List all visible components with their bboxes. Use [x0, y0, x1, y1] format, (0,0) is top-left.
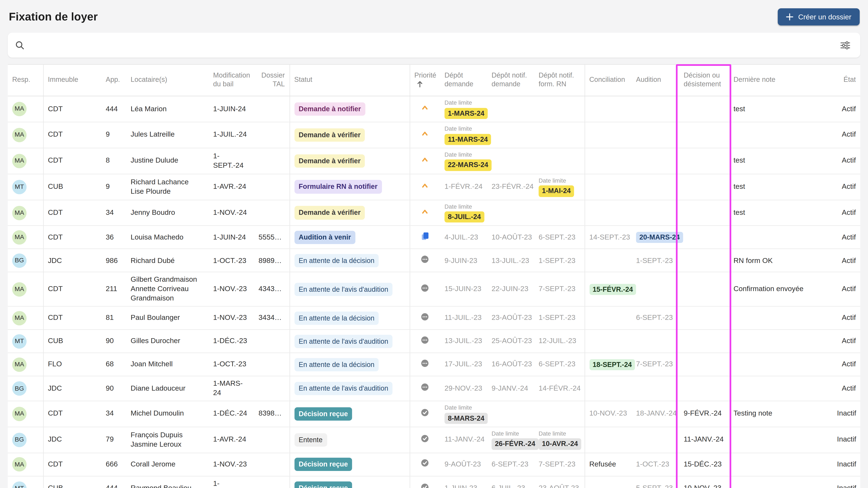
cell-dec — [679, 376, 729, 401]
table-row[interactable]: MA CDT 34 Jenny Boudro 1-NOV.-24 Demande… — [8, 200, 860, 226]
cell-mod: 1-DÉC.-23 — [209, 330, 254, 353]
table-row[interactable]: BG JDC 90 Diane Ladouceur 1-MARS-24 En a… — [8, 376, 860, 401]
table-row[interactable]: MA FLO 68 Joan Mitchell 1-OCT.-23 En att… — [8, 353, 860, 376]
table-row[interactable]: MT CUB 90 Gilles Durocher 1-DÉC.-23 En a… — [8, 330, 860, 353]
column-header-note[interactable]: Dernière note — [729, 65, 833, 96]
column-header-etat[interactable]: État — [833, 65, 860, 96]
date-value: 4-JUIL.-23 — [444, 233, 478, 241]
status-badge: En attente de l'avis d'audition — [294, 283, 393, 296]
cell-app: 211 — [101, 272, 126, 306]
cell-mod: 1-JUIN-24 — [209, 96, 254, 122]
table-row[interactable]: MA CDT 81 Paul Boulanger 1-NOV.-23 34343… — [8, 306, 860, 330]
search-input[interactable] — [30, 40, 838, 50]
cell-statut: Décision reçue — [289, 476, 410, 488]
avatar: MA — [12, 357, 27, 372]
date-value: 1-MAI-24 — [539, 186, 574, 197]
cell-app: 9 — [101, 122, 126, 148]
cell-resp: MA — [8, 122, 43, 148]
cell-note: test — [729, 174, 833, 200]
column-header-statut[interactable]: Statut — [289, 65, 410, 96]
cell-dnd: 23-AOÛT-23 — [487, 306, 534, 330]
check-circle-icon — [421, 408, 429, 417]
table-row[interactable]: MA CDT 34 Michel Dumoulin 1-DÉC.-24 8398… — [8, 401, 860, 427]
column-header-dd[interactable]: Dépôt demande — [440, 65, 487, 96]
cell-loc: Jenny Boudro — [126, 200, 209, 226]
tenant-name: Jules Latreille — [131, 130, 204, 139]
column-header-conc[interactable]: Conciliation — [585, 65, 631, 96]
cell-imm: CUB — [43, 330, 101, 353]
column-header-dec[interactable]: Décision ou désistement — [679, 65, 729, 96]
cell-dec — [679, 272, 729, 306]
cell-etat: Actif — [833, 306, 860, 330]
table-row[interactable]: MA CDT 36 Louisa Machedo 1-JUIN-24 55555… — [8, 226, 860, 249]
cell-etat: Actif — [833, 148, 860, 174]
filter-button[interactable] — [838, 38, 852, 52]
column-header-dnrn[interactable]: Dépôt notif. form. RN — [534, 65, 585, 96]
cell-resp: MA — [8, 226, 43, 249]
table-row[interactable]: MA CDT 9 Jules Latreille 1-JUIL.-24 Dema… — [8, 122, 860, 148]
column-header-dos[interactable]: Dossier TAL — [254, 65, 289, 96]
table-row[interactable]: MA CDT 8 Justine Dulude 1-SEPT.-24 Deman… — [8, 148, 860, 174]
table-row[interactable]: MT CUB 444 Raymond Beaulieu 1-SEPT.-23 D… — [8, 476, 860, 488]
decision-date: 10-NOV.-23 — [684, 484, 721, 488]
chevron-up-icon — [421, 155, 429, 164]
cell-dos — [254, 353, 289, 376]
date-value: 17-JUIL.-23 — [444, 360, 482, 368]
cell-statut: Décision reçue — [289, 453, 410, 476]
column-header-app[interactable]: App. — [101, 65, 126, 96]
column-label: État — [843, 76, 856, 84]
cell-mod: 1-MARS-24 — [209, 376, 254, 401]
cell-note — [729, 427, 833, 453]
cell-dnrn: 23-AOÛT-23 — [534, 476, 585, 488]
column-header-imm[interactable]: Immeuble — [43, 65, 101, 96]
cell-imm: CDT — [43, 226, 101, 249]
cell-dec — [679, 353, 729, 376]
cell-loc: Richard Dubé — [126, 249, 209, 272]
table-row[interactable]: MA CDT 211 Gilbert GrandmaisonAnnette Co… — [8, 272, 860, 306]
chevron-up-icon — [421, 207, 429, 216]
cell-dos — [254, 174, 289, 200]
cell-dnd — [487, 148, 534, 174]
column-header-prio[interactable]: Priorité — [410, 65, 440, 96]
date-limite-label: Date limite — [444, 203, 483, 210]
table-row[interactable]: MA CDT 666 Corall Jerome 1-NOV.-23 Décis… — [8, 453, 860, 476]
column-header-aud[interactable]: Audition — [631, 65, 679, 96]
table-row[interactable]: MA CDT 444 Léa Marion 1-JUIN-24 Demande … — [8, 96, 860, 122]
cell-dd: 15-JUIN-23 — [440, 272, 487, 306]
date-value: 11-JANV.-24 — [444, 435, 485, 444]
cell-dnd — [487, 96, 534, 122]
cell-dnrn: 7-SEPT.-23 — [534, 453, 585, 476]
table-row[interactable]: MT CUB 9 Richard LachanceLise Plourde 1-… — [8, 174, 860, 200]
cell-loc: Paul Boulanger — [126, 306, 209, 330]
decision-date: 9-FÉVR.-24 — [684, 409, 721, 418]
cell-dos — [254, 476, 289, 488]
cell-dd: 1-JUIN-23 — [440, 476, 487, 488]
table-row[interactable]: BG JDC 79 François DupuisJasmine Leroux … — [8, 427, 860, 453]
cell-mod: 1-NOV.-23 — [209, 453, 254, 476]
table-row[interactable]: BG JDC 986 Richard Dubé 1-OCT.-23 898909… — [8, 249, 860, 272]
cell-dnd: 16-AOÛT-23 — [487, 353, 534, 376]
column-header-mod[interactable]: Modification du bail — [209, 65, 254, 96]
column-header-loc[interactable]: Locataire(s) — [126, 65, 209, 96]
status-badge: Entente — [294, 433, 327, 447]
cell-loc: Raymond Beaulieu — [126, 476, 209, 488]
cell-note — [729, 330, 833, 353]
create-dossier-button[interactable]: Créer un dossier — [778, 8, 860, 26]
cell-conc — [585, 330, 631, 353]
column-header-dnd[interactable]: Dépôt notif. demande — [487, 65, 534, 96]
tenant-name: Jasmine Leroux — [131, 440, 204, 449]
cell-imm: CDT — [43, 148, 101, 174]
date-value: 6-SEPT.-23 — [539, 360, 576, 368]
date-value: 6-SEPT.-23 — [636, 313, 673, 322]
cell-resp: MT — [8, 330, 43, 353]
cell-statut: Audition à venir — [289, 226, 410, 249]
cell-app: 34 — [101, 401, 126, 427]
date-value: 22-JUIN-23 — [492, 285, 528, 293]
cell-prio — [410, 174, 440, 200]
column-header-resp[interactable]: Resp. — [8, 65, 43, 96]
cell-dnd: 23-FÉVR.-24 — [487, 174, 534, 200]
chevron-up-icon — [421, 104, 429, 112]
cell-note — [729, 226, 833, 249]
date-limite-label: Date limite — [444, 404, 483, 411]
column-label: Dépôt demande — [444, 72, 473, 88]
